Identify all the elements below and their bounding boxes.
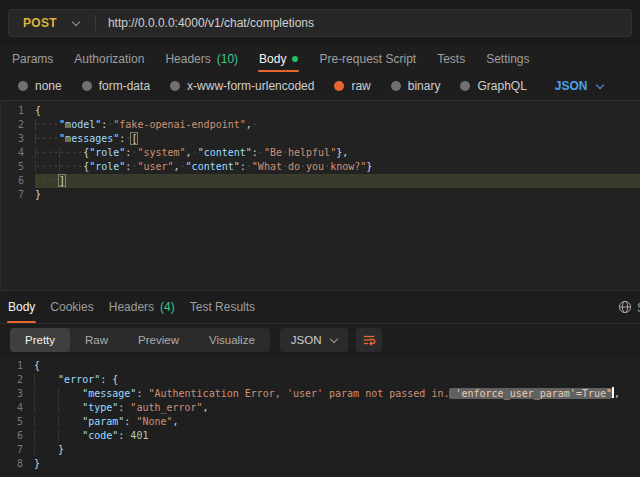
response-view-switch: Pretty Raw Preview Visualize (10, 328, 270, 352)
chevron-down-icon[interactable] (72, 17, 80, 25)
line-number: 5 (1, 160, 35, 174)
code-line: 1{ (1, 104, 640, 118)
line-number: 2 (0, 373, 34, 387)
line-number: 6 (1, 174, 35, 188)
radio-none[interactable]: none (18, 79, 62, 93)
code-line: 2 "error": { (0, 373, 640, 387)
response-tab-headers[interactable]: Headers (4) (109, 291, 175, 323)
raw-format-value: JSON (555, 79, 588, 93)
code-line: 4········{"role":·"system",·"content":·"… (1, 146, 640, 160)
tab-authorization-label: Authorization (74, 52, 144, 66)
response-tab-body[interactable]: Body (8, 291, 35, 323)
method-selector[interactable]: POST (9, 16, 73, 30)
body-type-options: none form-data x-www-form-urlencoded raw… (0, 72, 640, 100)
code-line: 5········{"role":·"user",·"content":·"Wh… (1, 160, 640, 174)
radio-form-data[interactable]: form-data (82, 79, 150, 93)
radio-graphql[interactable]: GraphQL (460, 79, 526, 93)
chevron-down-icon (595, 80, 603, 88)
tab-params-label: Params (12, 52, 53, 66)
response-tab-body-label: Body (8, 300, 35, 314)
code-line: 3 "message": "Authentication Error, 'use… (0, 387, 640, 401)
view-preview-button[interactable]: Preview (123, 328, 194, 352)
radio-binary-label: binary (408, 79, 441, 93)
code-line: 5 "param": "None", (0, 415, 640, 429)
radio-raw-label: raw (351, 79, 370, 93)
unsaved-changes-dot (292, 56, 298, 62)
line-number: 2 (1, 118, 35, 132)
line-number: 4 (0, 401, 34, 415)
request-tabs: Params Authorization Headers (10) Body P… (0, 46, 640, 72)
response-toolbar: Pretty Raw Preview Visualize JSON (0, 324, 640, 356)
radio-circle (460, 81, 470, 91)
view-raw-button[interactable]: Raw (70, 328, 123, 352)
url-bar: POST http://0.0.0.0:4000/v1/chat/complet… (8, 9, 632, 37)
radio-raw[interactable]: raw (334, 79, 370, 93)
tab-headers-label: Headers (165, 52, 210, 66)
tab-pre-request-script[interactable]: Pre-request Script (319, 46, 416, 72)
response-tabs: Body Cookies Headers (4) Test Results S (0, 290, 640, 324)
line-number: 6 (0, 429, 34, 443)
response-format-select[interactable]: JSON (280, 328, 349, 352)
chevron-down-icon (330, 334, 338, 342)
response-tab-test-results[interactable]: Test Results (190, 291, 255, 323)
radio-none-label: none (35, 79, 62, 93)
selected-text: 'enforce_user_param'=True" (449, 388, 612, 399)
radio-form-data-label: form-data (99, 79, 150, 93)
radio-x-www-form-urlencoded-label: x-www-form-urlencoded (187, 79, 314, 93)
line-number: 8 (0, 457, 34, 471)
radio-binary[interactable]: binary (391, 79, 441, 93)
request-body-editor[interactable]: 1{2····"model":·"fake-openai-endpoint",·… (0, 100, 640, 290)
tab-authorization[interactable]: Authorization (74, 46, 144, 72)
code-line: 6····] (1, 174, 640, 188)
tab-settings[interactable]: Settings (486, 46, 529, 72)
radio-circle (18, 81, 28, 91)
tab-params[interactable]: Params (12, 46, 53, 72)
radio-circle (82, 81, 92, 91)
view-pretty-button[interactable]: Pretty (10, 328, 70, 352)
response-tab-headers-label: Headers (109, 300, 154, 314)
line-number: 3 (0, 387, 34, 401)
tab-headers[interactable]: Headers (10) (165, 46, 238, 72)
line-number: 1 (0, 359, 34, 373)
code-line: 3····"messages":·[ (1, 132, 640, 146)
tab-settings-label: Settings (486, 52, 529, 66)
wrap-lines-button[interactable] (356, 328, 382, 352)
raw-format-select[interactable]: JSON (555, 79, 603, 93)
tab-tests-label: Tests (437, 52, 465, 66)
radio-circle-selected (334, 81, 344, 91)
line-number: 4 (1, 146, 35, 160)
url-input[interactable]: http://0.0.0.0:4000/v1/chat/completions (96, 16, 314, 30)
code-line: 6 "code": 401 (0, 429, 640, 443)
code-line: 2····"model":·"fake-openai-endpoint",· (1, 118, 640, 132)
request-url-header: POST http://0.0.0.0:4000/v1/chat/complet… (0, 0, 640, 46)
radio-x-www-form-urlencoded[interactable]: x-www-form-urlencoded (170, 79, 314, 93)
line-number: 7 (1, 188, 35, 202)
line-number: 3 (1, 132, 35, 146)
view-visualize-label: Visualize (209, 334, 255, 346)
code-line: 4 "type": "auth_error", (0, 401, 640, 415)
response-body-viewer[interactable]: 1{2 "error": {3 "message": "Authenticati… (0, 356, 640, 477)
tab-tests[interactable]: Tests (437, 46, 465, 72)
view-visualize-button[interactable]: Visualize (194, 328, 270, 352)
response-tab-cookies-label: Cookies (50, 300, 93, 314)
response-tab-test-results-label: Test Results (190, 300, 255, 314)
code-line: 7 } (0, 443, 640, 457)
radio-circle (391, 81, 401, 91)
response-format-value: JSON (291, 334, 322, 346)
response-tab-headers-count: (4) (160, 300, 175, 314)
code-line: 8} (0, 457, 640, 471)
wrap-lines-icon (362, 333, 376, 347)
radio-circle (170, 81, 180, 91)
globe-icon[interactable] (618, 300, 632, 314)
code-line: 7} (1, 188, 640, 202)
code-line: 1{ (0, 359, 640, 373)
response-tab-cookies[interactable]: Cookies (50, 291, 93, 323)
tab-body[interactable]: Body (259, 46, 298, 72)
line-number: 7 (0, 443, 34, 457)
line-number: 1 (1, 104, 35, 118)
view-preview-label: Preview (138, 334, 179, 346)
tab-pre-request-script-label: Pre-request Script (319, 52, 416, 66)
radio-graphql-label: GraphQL (477, 79, 526, 93)
view-pretty-label: Pretty (25, 334, 55, 346)
line-number: 5 (0, 415, 34, 429)
